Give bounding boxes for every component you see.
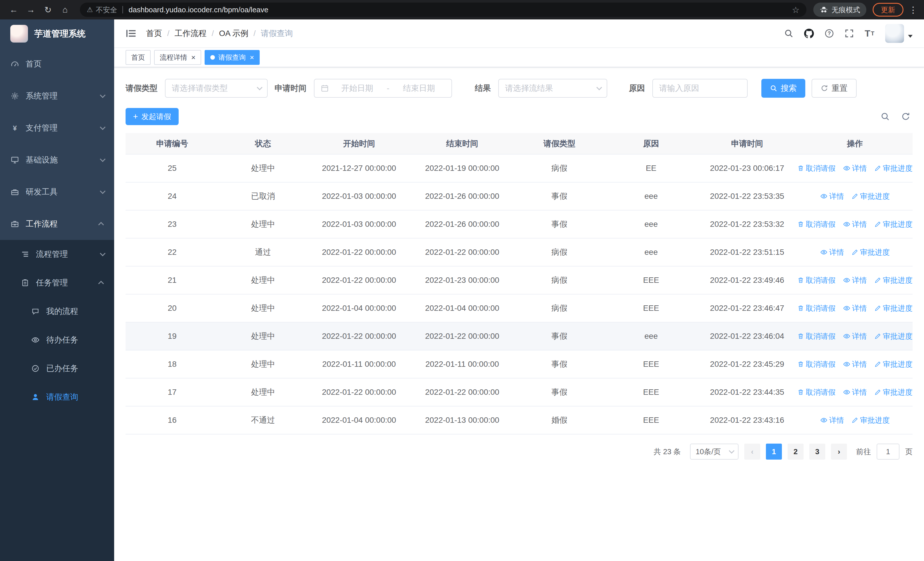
chevron-down-icon[interactable] — [908, 35, 913, 38]
approval-progress-action[interactable]: 审批进度 — [874, 331, 913, 341]
search-button[interactable]: 搜索 — [761, 79, 805, 98]
browser-back-icon[interactable]: ← — [6, 2, 22, 17]
page-size-select[interactable]: 10条/页 — [690, 444, 738, 460]
cancel-leave-action[interactable]: 取消请假 — [797, 303, 836, 313]
approval-progress-action[interactable]: 审批进度 — [874, 387, 913, 397]
goto-suffix: 页 — [905, 447, 913, 457]
cancel-leave-action[interactable]: 取消请假 — [797, 331, 836, 341]
sidebar-item-home[interactable]: 首页 — [0, 48, 114, 80]
sidebar-item-process-management[interactable]: 流程管理 — [0, 240, 114, 269]
cancel-leave-action[interactable]: 取消请假 — [797, 359, 836, 369]
detail-action[interactable]: 详情 — [820, 247, 844, 257]
browser-update-button[interactable]: 更新 — [873, 3, 903, 17]
security-label[interactable]: 不安全 — [96, 5, 117, 15]
cell-end: 2022-01-19 00:00:00 — [411, 154, 514, 182]
table-refresh-icon[interactable] — [901, 112, 910, 121]
page-button-3[interactable]: 3 — [809, 444, 825, 460]
detail-action[interactable]: 详情 — [843, 163, 867, 173]
goto-page-input[interactable] — [877, 444, 900, 460]
url-text[interactable]: dashboard.yudao.iocoder.cn/bpm/oa/leave — [129, 5, 788, 14]
page-button-2[interactable]: 2 — [788, 444, 804, 460]
tab-home[interactable]: 首页 — [126, 50, 151, 65]
sidebar-item-my-process[interactable]: 我的流程 — [0, 297, 114, 326]
prev-page-button[interactable]: ‹ — [744, 444, 760, 460]
apply-time-range-picker[interactable]: 开始日期 - 结束日期 — [314, 79, 452, 98]
approval-progress-action[interactable]: 审批进度 — [852, 415, 890, 425]
address-bar[interactable]: ⚠ 不安全 dashboard.yudao.iocoder.cn/bpm/oa/… — [80, 3, 806, 17]
reason-input[interactable] — [652, 79, 748, 98]
chevron-down-icon — [100, 251, 106, 256]
sidebar-item-dev-tools[interactable]: 研发工具 — [0, 176, 114, 208]
fullscreen-icon[interactable] — [844, 29, 854, 38]
detail-action[interactable]: 详情 — [843, 331, 867, 341]
approval-progress-action[interactable]: 审批进度 — [874, 275, 913, 285]
detail-action[interactable]: 详情 — [843, 220, 867, 229]
tab-leave-query[interactable]: 请假查询× — [205, 50, 260, 65]
breadcrumb-item[interactable]: 首页 — [146, 28, 162, 39]
detail-action[interactable]: 详情 — [843, 303, 867, 313]
approval-progress-action[interactable]: 审批进度 — [874, 303, 913, 313]
edit-icon — [852, 193, 858, 200]
warning-icon: ⚠ — [87, 6, 93, 14]
cell-end: 2022-01-23 00:00:00 — [411, 266, 514, 294]
active-tab-dot — [210, 55, 215, 60]
approval-progress-action[interactable]: 审批进度 — [874, 359, 913, 369]
sidebar-item-done-tasks[interactable]: 已办任务 — [0, 354, 114, 383]
sidebar-item-workflow[interactable]: 工作流程 — [0, 208, 114, 240]
tab-process-detail[interactable]: 流程详情× — [154, 50, 201, 65]
reset-button[interactable]: 重置 — [812, 79, 856, 98]
hamburger-icon[interactable] — [126, 28, 136, 39]
breadcrumb-item[interactable]: 工作流程 — [175, 28, 207, 39]
browser-reload-icon[interactable]: ↻ — [40, 2, 56, 17]
sidebar-logo[interactable]: 芋道管理系统 — [0, 20, 114, 48]
table-row: 23处理中2022-01-03 00:00:002022-01-26 00:00… — [126, 210, 913, 238]
font-size-icon[interactable]: TT — [865, 28, 874, 39]
result-select[interactable]: 请选择流结果 — [498, 79, 607, 98]
detail-action[interactable]: 详情 — [843, 275, 867, 285]
sidebar-item-todo-tasks[interactable]: 待办任务 — [0, 326, 114, 354]
table-search-icon[interactable] — [880, 112, 890, 121]
user-avatar[interactable] — [885, 24, 904, 43]
start-date-placeholder[interactable]: 开始日期 — [331, 83, 383, 94]
approval-progress-action[interactable]: 审批进度 — [874, 163, 913, 173]
approval-progress-action[interactable]: 审批进度 — [852, 191, 890, 202]
search-icon[interactable] — [784, 29, 793, 38]
page: ← → ↻ ⌂ ⚠ 不安全 dashboard.yudao.iocoder.cn… — [0, 0, 924, 561]
page-button-1[interactable]: 1 — [766, 444, 782, 460]
detail-action[interactable]: 详情 — [843, 387, 867, 397]
detail-action[interactable]: 详情 — [820, 191, 844, 202]
approval-progress-action[interactable]: 审批进度 — [852, 247, 890, 257]
bookmark-star-icon[interactable]: ☆ — [792, 5, 800, 15]
cancel-leave-action[interactable]: 取消请假 — [797, 220, 836, 229]
trash-icon — [797, 361, 804, 368]
tab-close-icon[interactable]: × — [191, 54, 195, 61]
approval-progress-action[interactable]: 审批进度 — [874, 220, 913, 229]
cancel-leave-action[interactable]: 取消请假 — [797, 387, 836, 397]
end-date-placeholder[interactable]: 结束日期 — [393, 83, 445, 94]
cancel-leave-action[interactable]: 取消请假 — [797, 163, 836, 173]
help-icon[interactable]: ? — [825, 29, 834, 38]
sidebar-item-todo-tasks-label: 待办任务 — [46, 334, 78, 345]
cancel-leave-action[interactable]: 取消请假 — [797, 275, 836, 285]
next-page-button[interactable]: › — [831, 444, 847, 460]
cell-actions: 取消请假详情审批进度 — [797, 350, 913, 378]
browser-menu-icon[interactable]: ⋮ — [908, 5, 918, 15]
browser-home-icon[interactable]: ⌂ — [57, 2, 73, 17]
detail-action[interactable]: 详情 — [820, 415, 844, 425]
detail-action[interactable]: 详情 — [843, 359, 867, 369]
tab-close-icon[interactable]: × — [250, 54, 254, 61]
sidebar-item-infrastructure[interactable]: 基础设施 — [0, 144, 114, 176]
cell-status: 处理中 — [219, 350, 307, 378]
cell-type: 事假 — [514, 322, 605, 350]
range-separator: - — [383, 84, 393, 93]
sidebar-item-system-management[interactable]: 系统管理 — [0, 80, 114, 112]
table-row: 18处理中2022-01-11 00:00:002022-01-11 00:00… — [126, 350, 913, 378]
browser-forward-icon[interactable]: → — [23, 2, 39, 17]
sidebar-item-payment-management[interactable]: ¥支付管理 — [0, 112, 114, 144]
sidebar-item-leave-query[interactable]: 请假查询 — [0, 383, 114, 411]
leave-type-select[interactable]: 请选择请假类型 — [165, 79, 268, 98]
github-icon[interactable] — [804, 29, 814, 38]
create-leave-button[interactable]: + 发起请假 — [126, 108, 178, 125]
sidebar-item-task-management[interactable]: 任务管理 — [0, 269, 114, 297]
breadcrumb-item[interactable]: OA 示例 — [219, 28, 249, 39]
